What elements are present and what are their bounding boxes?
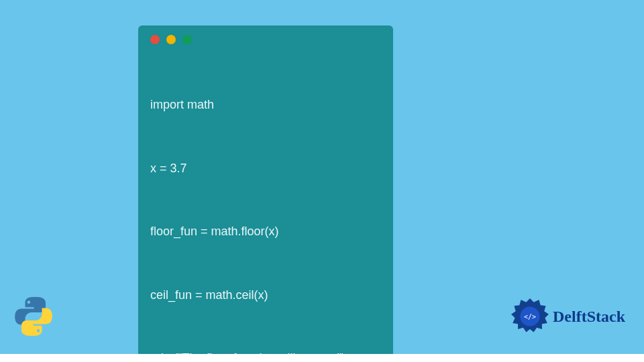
code-line: ceil_fun = math.ceil(x)	[150, 285, 381, 306]
brand-name: DelftStack	[553, 308, 625, 326]
brand: </> DelftStack	[511, 298, 625, 335]
code-window: import math x = 3.7 floor_fun = math.flo…	[138, 25, 393, 362]
code-block: import math x = 3.7 floor_fun = math.flo…	[150, 52, 381, 362]
footer-strip	[0, 354, 644, 362]
python-logo-icon	[13, 296, 54, 337]
minimize-icon	[166, 35, 176, 44]
close-icon	[150, 35, 160, 44]
code-line: import math	[150, 95, 381, 116]
code-line: x = 3.7	[150, 158, 381, 180]
delft-badge-icon: </>	[511, 298, 549, 335]
svg-text:</>: </>	[524, 313, 536, 320]
maximize-icon	[182, 35, 192, 44]
code-line: floor_fun = math.floor(x)	[150, 221, 381, 243]
window-controls	[150, 35, 381, 44]
